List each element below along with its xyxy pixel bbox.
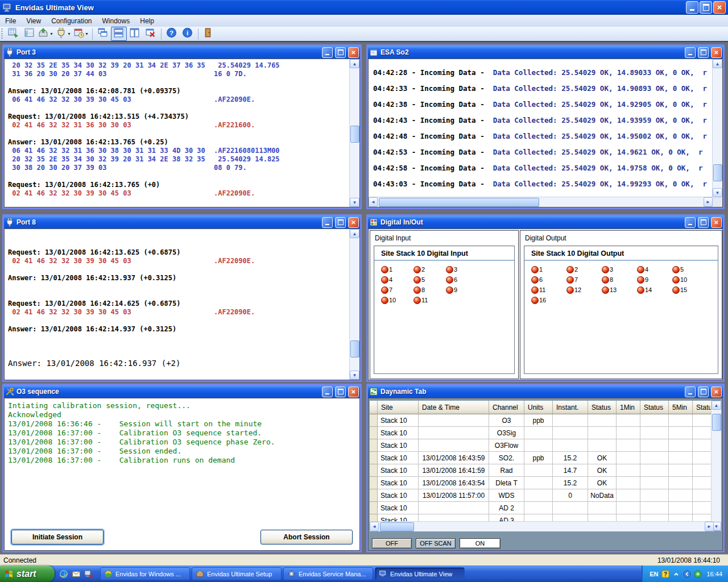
menu-item-help[interactable]: Help (135, 16, 159, 26)
chevron-up-icon[interactable] (672, 570, 680, 578)
restore-button[interactable] (700, 1, 712, 14)
table-row[interactable]: Stack 1013/01/2008 11:57:00WDS0NoData (370, 489, 714, 502)
row-selector[interactable] (370, 514, 378, 521)
close-button[interactable]: ✕ (348, 217, 359, 228)
scroll-thumb[interactable] (350, 126, 359, 143)
scroll-thumb[interactable] (713, 164, 722, 181)
toolbar-info-button[interactable]: i (180, 27, 196, 41)
menu-item-windows[interactable]: Windows (97, 16, 135, 26)
table-row[interactable]: Stack 1013/01/2008 16:41:59Rad14.7OK (370, 464, 714, 477)
toolbar-upload-box-button[interactable]: ▼ (37, 27, 55, 41)
toolbar-cascade-windows-button[interactable] (95, 27, 111, 41)
hide-icons-icon[interactable] (683, 570, 691, 578)
maximize-button[interactable] (335, 47, 346, 58)
menu-item-view[interactable]: View (21, 16, 46, 26)
toolbar-report-grid-button[interactable] (5, 27, 21, 41)
mail-icon[interactable] (72, 569, 81, 579)
vertical-scrollbar[interactable]: ▲▼ (349, 59, 359, 207)
off-button[interactable]: OFF (372, 538, 412, 548)
close-button[interactable]: ✕ (711, 386, 722, 397)
toolbar-detail-list-button[interactable] (21, 27, 37, 41)
maximize-button[interactable] (698, 386, 709, 397)
scroll-left-button[interactable]: ◄ (370, 522, 379, 531)
maximize-button[interactable] (698, 217, 709, 228)
vertical-scrollbar[interactable]: ▲▼ (712, 59, 722, 197)
column-header-status[interactable]: Status (640, 401, 669, 414)
abort-session-button[interactable]: Abort Session (260, 530, 353, 544)
scroll-down-button[interactable]: ▼ (350, 198, 359, 207)
scroll-up-button[interactable]: ▲ (713, 59, 722, 68)
daynamic-titlebar[interactable]: Daynamic Tab ✕ (368, 385, 723, 398)
minimize-button[interactable] (322, 217, 333, 228)
task-button[interactable]: Envidas Ultimate View (375, 567, 465, 580)
vertical-scrollbar[interactable]: ▲▼ (349, 229, 359, 380)
maximize-button[interactable] (335, 386, 346, 397)
column-header-1min[interactable]: 1Min (617, 401, 640, 414)
toolbar-tile-horizontal-button[interactable] (111, 27, 127, 41)
column-header-status[interactable]: Status (588, 401, 617, 414)
language-indicator[interactable]: EN (650, 571, 658, 577)
row-selector[interactable] (370, 464, 378, 477)
dropdown-arrow-icon[interactable]: ▼ (85, 32, 89, 36)
dropdown-arrow-icon[interactable]: ▼ (67, 32, 71, 36)
desktop-icon[interactable] (84, 569, 93, 579)
task-button[interactable]: Envidas for Windows ... (100, 567, 190, 580)
dropdown-arrow-icon[interactable]: ▼ (49, 32, 53, 36)
on-button[interactable]: ON (460, 538, 500, 548)
toolbar-schedule-button[interactable]: ▼ (72, 27, 90, 41)
table-row[interactable]: Stack 10O3ppb (370, 414, 714, 427)
port8-titlebar[interactable]: Port 8 ✕ (4, 216, 360, 228)
scroll-down-button[interactable]: ▼ (350, 371, 359, 380)
task-button[interactable]: Envidas Service Mana... (283, 567, 373, 580)
scroll-left-button[interactable]: ◄ (369, 197, 378, 207)
minimize-button[interactable] (685, 217, 696, 228)
scroll-up-button[interactable]: ▲ (350, 229, 359, 238)
table-row[interactable]: Stack 10AD 3 (370, 514, 714, 521)
row-selector[interactable] (370, 439, 378, 452)
scroll-thumb[interactable] (350, 340, 359, 357)
row-selector[interactable] (370, 477, 378, 489)
close-button[interactable]: ✕ (711, 217, 722, 228)
scroll-thumb[interactable] (379, 198, 539, 207)
row-selector[interactable] (370, 427, 378, 439)
minimize-button[interactable] (685, 386, 696, 397)
close-button[interactable]: ✕ (713, 1, 726, 14)
menu-item-configuration[interactable]: Configuration (46, 16, 97, 26)
off-scan-button[interactable]: OFF SCAN (416, 538, 456, 548)
horizontal-scrollbar[interactable]: ◄► (369, 197, 713, 207)
minimize-button[interactable] (322, 47, 333, 58)
toolbar-port-tool-button[interactable]: ▼ (55, 27, 72, 41)
table-row[interactable]: Stack 1013/01/2008 16:43:54Dleta T15.2OK (370, 477, 714, 489)
minimize-button[interactable] (686, 1, 698, 14)
o3-titlebar[interactable]: O3 sequence ✕ (4, 385, 360, 398)
network-tray-icon[interactable] (694, 570, 702, 578)
column-header-site[interactable]: Site (378, 401, 419, 414)
vertical-scrollbar[interactable]: ▲▼ (711, 401, 721, 531)
row-selector[interactable] (370, 452, 378, 464)
scroll-right-button[interactable]: ► (705, 522, 714, 531)
table-row[interactable]: Stack 10O3Sig (370, 427, 714, 439)
table-row[interactable]: Stack 10AD 2 (370, 502, 714, 514)
scroll-right-button[interactable]: ► (704, 197, 713, 207)
toolbar-close-window-button[interactable] (143, 27, 159, 41)
scroll-down-button[interactable]: ▼ (713, 188, 722, 197)
maximize-button[interactable] (335, 217, 346, 228)
close-button[interactable]: ✕ (348, 386, 359, 397)
table-row[interactable]: Stack 1013/01/2008 16:43:59SO2.ppb15.2OK (370, 452, 714, 464)
column-header-instant-[interactable]: Instant. (553, 401, 588, 414)
toolbar-tile-vertical-button[interactable] (127, 27, 143, 41)
scroll-thumb[interactable] (380, 522, 414, 531)
row-selector[interactable] (370, 414, 378, 427)
column-header-units[interactable]: Units (524, 401, 553, 414)
horizontal-scrollbar[interactable]: ◄► (370, 521, 714, 531)
scroll-up-button[interactable]: ▲ (350, 59, 359, 68)
close-button[interactable]: ✕ (348, 47, 359, 58)
table-row[interactable]: Stack 10O3Flow (370, 439, 714, 452)
toolbar-help-button[interactable]: ? (164, 27, 180, 41)
column-header-channel[interactable]: Channel (489, 401, 524, 414)
row-selector[interactable] (370, 489, 378, 502)
minimize-button[interactable] (685, 47, 696, 58)
close-button[interactable]: ✕ (711, 47, 722, 58)
menu-item-file[interactable]: File (0, 16, 21, 26)
task-button[interactable]: Envidas Ultimate Setup (192, 567, 282, 580)
